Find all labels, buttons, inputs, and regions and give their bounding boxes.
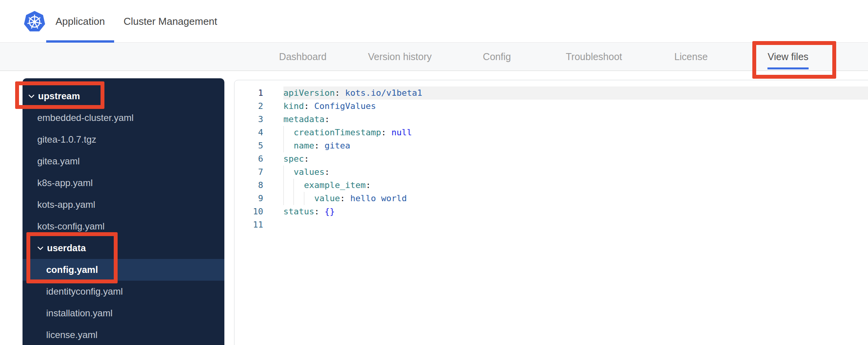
line-number: 3 xyxy=(234,113,263,126)
line-number: 9 xyxy=(234,192,263,205)
indent-guide xyxy=(283,166,284,179)
tree-item-label: installation.yaml xyxy=(46,308,113,319)
code-line-7: 7 values: xyxy=(234,166,868,179)
tree-item-label: gitea-1.0.7.tgz xyxy=(37,134,96,145)
code-line-6: 6spec: xyxy=(234,152,868,166)
code-text: values: xyxy=(283,166,868,179)
tree-file-gitea.yaml[interactable]: gitea.yaml xyxy=(23,150,224,172)
tab-cluster-management[interactable]: Cluster Management xyxy=(114,0,226,43)
indent-guide xyxy=(304,192,304,205)
tree-item-label: userdata xyxy=(47,243,86,254)
line-number: 6 xyxy=(234,152,263,166)
code-text: kind: ConfigValues xyxy=(283,100,868,113)
subnav-config[interactable]: Config xyxy=(448,51,545,62)
tree-item-label: k8s-app.yaml xyxy=(37,178,93,188)
tree-file-license.yaml[interactable]: license.yaml xyxy=(23,324,224,345)
code-text: metadata: xyxy=(283,113,868,126)
code-line-1: 1apiVersion: kots.io/v1beta1 xyxy=(234,86,868,100)
line-number: 8 xyxy=(234,179,263,192)
code-text: status: {} xyxy=(283,205,868,218)
tree-item-label: license.yaml xyxy=(46,329,97,340)
tree-item-label: config.yaml xyxy=(46,264,98,275)
line-number: 2 xyxy=(234,100,263,113)
kubernetes-logo-icon[interactable] xyxy=(23,10,46,33)
tree-item-label: upstream xyxy=(38,91,80,102)
tree-item-label: identityconfig.yaml xyxy=(46,286,123,297)
app-subnav: Dashboard Version history Config Trouble… xyxy=(0,43,868,71)
tab-application-label: Application xyxy=(56,16,105,28)
code-line-9: 9 value: hello world xyxy=(234,192,868,205)
code-text: value: hello world xyxy=(283,192,868,205)
line-number: 11 xyxy=(234,218,263,231)
code-text: example_item: xyxy=(283,179,868,192)
tree-item-label: gitea.yaml xyxy=(37,156,80,167)
file-tree-sidebar: upstreamembedded-cluster.yamlgitea-1.0.7… xyxy=(23,78,224,345)
code-line-2: 2kind: ConfigValues xyxy=(234,100,868,113)
kots-admin-console: Application Cluster Management Dashboard… xyxy=(0,0,868,345)
code-text xyxy=(283,218,868,231)
tree-folder-upstream[interactable]: upstream xyxy=(23,85,224,107)
tab-application[interactable]: Application xyxy=(46,0,114,43)
indent-guide xyxy=(283,192,284,205)
code-text: name: gitea xyxy=(283,139,868,152)
line-number: 1 xyxy=(234,86,263,100)
tree-file-config.yaml[interactable]: config.yaml xyxy=(23,259,224,281)
line-number: 7 xyxy=(234,166,263,179)
subnav-version-history[interactable]: Version history xyxy=(351,51,448,62)
tree-file-k8s-app.yaml[interactable]: k8s-app.yaml xyxy=(23,172,224,194)
tree-item-label: kots-app.yaml xyxy=(37,199,95,210)
code-line-4: 4 creationTimestamp: null xyxy=(234,126,868,139)
tree-folder-userdata[interactable]: userdata xyxy=(23,237,224,259)
chevron-down-icon xyxy=(37,246,43,250)
tree-file-installation.yaml[interactable]: installation.yaml xyxy=(23,302,224,324)
code-line-11: 11 xyxy=(234,218,868,231)
subnav-troubleshoot[interactable]: Troubleshoot xyxy=(545,51,642,62)
subnav-view-files[interactable]: View files xyxy=(740,51,837,62)
indent-guide xyxy=(283,179,284,192)
subnav-license[interactable]: License xyxy=(642,51,740,62)
line-number: 4 xyxy=(234,126,263,139)
header-bar: Application Cluster Management xyxy=(0,0,868,43)
tree-item-label: embedded-cluster.yaml xyxy=(37,112,134,123)
code-lines: 1apiVersion: kots.io/v1beta12kind: Confi… xyxy=(234,86,868,231)
indent-guide xyxy=(283,139,284,152)
code-line-8: 8 example_item: xyxy=(234,179,868,192)
line-number: 10 xyxy=(234,205,263,218)
tree-file-gitea-1.0.7.tgz[interactable]: gitea-1.0.7.tgz xyxy=(23,129,224,150)
indent-guide xyxy=(293,192,294,205)
indent-guide xyxy=(293,179,294,192)
tree-item-label: kots-config.yaml xyxy=(37,221,104,232)
line-number: 5 xyxy=(234,139,263,152)
yaml-file-viewer[interactable]: 1apiVersion: kots.io/v1beta12kind: Confi… xyxy=(234,80,868,345)
tab-cluster-management-label: Cluster Management xyxy=(123,16,217,28)
subnav-dashboard[interactable]: Dashboard xyxy=(254,51,351,62)
chevron-down-icon xyxy=(28,94,35,98)
tree-file-embedded-cluster.yaml[interactable]: embedded-cluster.yaml xyxy=(23,107,224,129)
header-tabs: Application Cluster Management xyxy=(46,0,227,43)
file-tree: upstreamembedded-cluster.yamlgitea-1.0.7… xyxy=(23,85,224,345)
indent-guide xyxy=(283,126,284,139)
tree-file-identityconfig.yaml[interactable]: identityconfig.yaml xyxy=(23,281,224,302)
code-text: creationTimestamp: null xyxy=(283,126,868,139)
tree-file-kots-app.yaml[interactable]: kots-app.yaml xyxy=(23,194,224,216)
code-line-5: 5 name: gitea xyxy=(234,139,868,152)
code-text: apiVersion: kots.io/v1beta1 xyxy=(283,86,868,100)
code-line-3: 3metadata: xyxy=(234,113,868,126)
tree-file-kots-config.yaml[interactable]: kots-config.yaml xyxy=(23,216,224,237)
subnav-items: Dashboard Version history Config Trouble… xyxy=(254,43,837,71)
code-text: spec: xyxy=(283,152,868,166)
code-line-10: 10status: {} xyxy=(234,205,868,218)
